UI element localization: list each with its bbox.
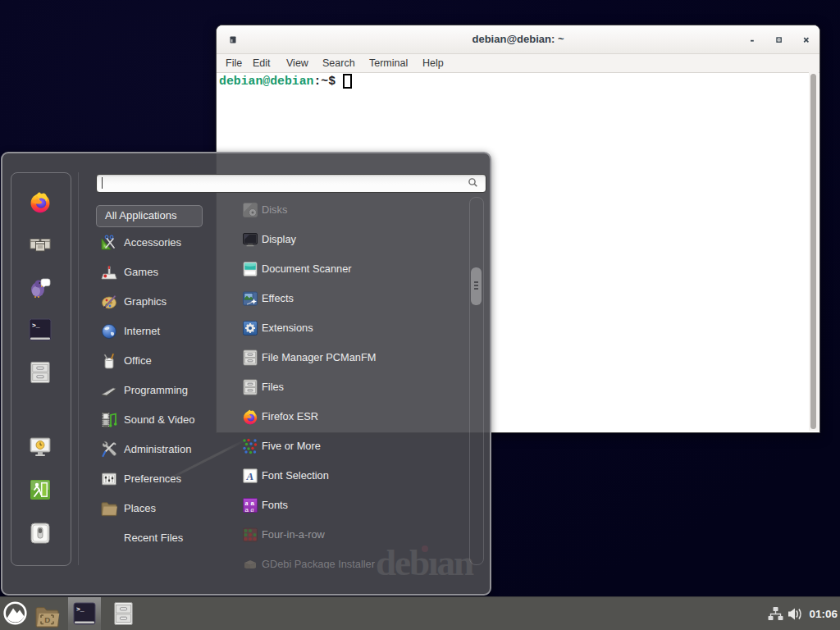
svg-text:D: D (44, 615, 50, 624)
svg-text:A: A (246, 470, 254, 482)
svg-text:a: a (251, 505, 254, 513)
svg-text:>_: >_ (32, 322, 40, 329)
svg-text:a: a (245, 505, 249, 513)
svg-text:>_: >_ (76, 605, 84, 613)
